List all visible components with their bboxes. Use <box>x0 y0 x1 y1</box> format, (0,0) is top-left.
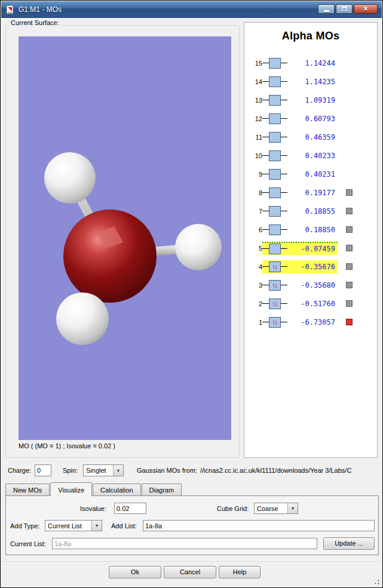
spin-select[interactable]: Singlet ▼ <box>83 464 124 476</box>
mo-index: 3 <box>248 282 262 289</box>
mo-row[interactable]: 11 0.46359 <box>244 128 377 146</box>
mo-energy: 0.19177 <box>287 189 335 197</box>
mo-occupancy-box[interactable] <box>269 244 281 254</box>
molecule-render <box>19 36 231 440</box>
isovalue-input[interactable] <box>114 503 146 514</box>
mo-row[interactable]: 13 1.09319 <box>244 91 377 109</box>
maximize-button[interactable] <box>336 4 353 14</box>
mo-occupancy-box[interactable] <box>269 132 281 143</box>
mo-row[interactable]: 1 ↑↓ -6.73057 <box>244 313 377 331</box>
level-line <box>281 266 287 267</box>
cancel-button[interactable]: Cancel <box>164 566 216 578</box>
mo-occupancy-box[interactable] <box>269 113 281 124</box>
mo-level-mid: 1.09319 <box>262 94 338 107</box>
tab-visualize[interactable]: Visualize <box>50 482 92 496</box>
level-line <box>262 174 269 174</box>
mo-surface-checkbox[interactable] <box>346 245 353 251</box>
mo-index: 11 <box>248 134 262 141</box>
add-list-input[interactable] <box>143 520 375 531</box>
resize-grip[interactable] <box>373 578 380 585</box>
level-line <box>281 192 287 193</box>
level-line <box>262 229 269 230</box>
mo-row[interactable]: 14 1.14235 <box>244 72 377 91</box>
mo-index: 15 <box>248 60 262 67</box>
mo-level-mid: ↑↓ -0.35680 <box>262 279 338 292</box>
current-list-input[interactable] <box>52 538 317 549</box>
mo-index: 12 <box>248 115 262 122</box>
hydrogen-atom <box>56 293 109 345</box>
mo-occupancy-box[interactable] <box>269 58 281 69</box>
mo-panel-title: Alpha MOs <box>244 30 377 42</box>
mo-surface-checkbox[interactable] <box>346 319 353 325</box>
chevron-down-icon: ▼ <box>91 521 102 531</box>
mo-occupancy-box[interactable] <box>269 169 281 180</box>
mo-row[interactable]: 15 1.14244 <box>244 54 377 72</box>
chevron-down-icon: ▼ <box>113 465 123 476</box>
mo-occupancy-box[interactable] <box>269 76 281 87</box>
mo-surface-checkbox[interactable] <box>346 189 353 196</box>
mo-row[interactable]: 2 ↑↓ -0.51760 <box>244 294 377 313</box>
tab-new-mos[interactable]: New MOs <box>5 484 50 495</box>
tab-diagram[interactable]: Diagram <box>142 484 182 495</box>
level-line <box>262 137 269 137</box>
minimize-icon <box>324 10 329 12</box>
level-line <box>262 248 269 249</box>
mo-row[interactable]: 5 -0.07459 <box>244 239 377 257</box>
level-line <box>281 248 287 249</box>
ok-button[interactable]: Ok <box>109 566 161 578</box>
mo-index: 5 <box>248 245 262 252</box>
mo-index: 2 <box>248 300 262 307</box>
mo-row[interactable]: 7 0.18855 <box>244 202 377 220</box>
spin-value: Singlet <box>84 467 113 474</box>
level-line <box>281 322 287 322</box>
mo-occupancy-box[interactable] <box>269 206 281 217</box>
level-line <box>262 192 269 193</box>
mo-occupancy-box[interactable] <box>269 224 281 235</box>
close-button[interactable]: ✕ <box>354 4 378 14</box>
mo-index: 1 <box>248 319 262 326</box>
level-line <box>281 303 287 304</box>
mo-occupancy-box[interactable]: ↑↓ <box>269 317 281 328</box>
mo-occupancy-box[interactable]: ↑↓ <box>269 261 281 272</box>
mo-row[interactable]: 8 0.19177 <box>244 183 377 202</box>
mo-row[interactable]: 12 0.60793 <box>244 109 377 128</box>
level-line <box>281 118 287 119</box>
mo-surface-checkbox[interactable] <box>346 282 353 288</box>
mo-surface-checkbox[interactable] <box>346 300 353 307</box>
minimize-button[interactable] <box>318 4 335 14</box>
mo-occupancy-box[interactable] <box>269 95 281 106</box>
mo-occupancy-box[interactable]: ↑↓ <box>269 280 281 291</box>
mo-row[interactable]: 10 0.40233 <box>244 146 377 165</box>
electron-arrows-icon: ↑↓ <box>272 319 278 326</box>
spin-label: Spin: <box>63 467 78 474</box>
molecule-viewport[interactable] <box>19 36 231 440</box>
level-line <box>262 81 269 82</box>
mo-index: 7 <box>248 208 262 215</box>
cube-grid-select[interactable]: Coarse ▼ <box>254 503 298 514</box>
mo-surface-checkbox[interactable] <box>346 263 353 270</box>
mo-index: 6 <box>248 226 262 233</box>
mo-energy: -0.07459 <box>287 245 335 253</box>
level-line <box>281 155 287 156</box>
mos-window: G1:M1 - MOs ✕ Current Surface: <box>0 0 383 588</box>
mo-occupancy-box[interactable] <box>269 150 281 161</box>
mo-energy: -0.51760 <box>287 300 335 308</box>
tab-calculation[interactable]: Calculation <box>93 484 140 495</box>
mo-row[interactable]: 9 0.40231 <box>244 165 377 183</box>
mo-row[interactable]: 3 ↑↓ -0.35680 <box>244 276 377 294</box>
current-list-label: Current List: <box>10 540 46 547</box>
isovalue-label: Isovalue: <box>80 505 106 512</box>
add-list-label: Add List: <box>111 522 137 529</box>
titlebar[interactable]: G1:M1 - MOs ✕ <box>1 1 382 18</box>
mo-surface-checkbox[interactable] <box>346 208 353 214</box>
mo-occupancy-box[interactable]: ↑↓ <box>269 298 281 309</box>
charge-input[interactable] <box>35 464 51 476</box>
mo-surface-checkbox[interactable] <box>346 226 353 233</box>
mo-row[interactable]: 4 ↑↓ -0.35676 <box>244 257 377 276</box>
mo-energy: 1.14244 <box>287 59 335 67</box>
mo-occupancy-box[interactable] <box>269 187 281 198</box>
add-type-select[interactable]: Current List ▼ <box>45 520 102 531</box>
help-button[interactable]: Help <box>219 566 261 578</box>
mo-row[interactable]: 6 0.18850 <box>244 220 377 239</box>
update-button[interactable]: Update ... <box>323 537 375 550</box>
